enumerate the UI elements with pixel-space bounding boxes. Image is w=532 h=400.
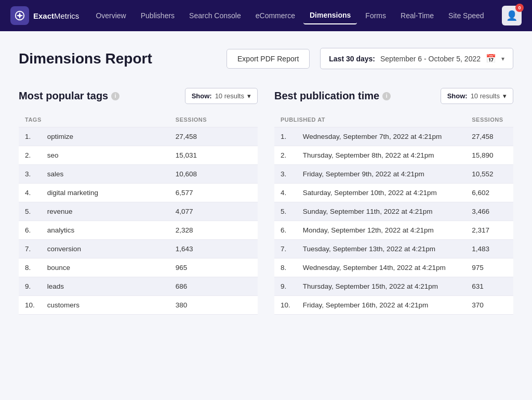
tag-cell: seo <box>41 146 169 165</box>
pubtime-col-published: PUBLISHED AT <box>274 112 466 127</box>
published-cell: Monday, September 12th, 2022 at 4:21pm <box>297 221 466 240</box>
sessions-cell: 6,577 <box>169 184 258 202</box>
sessions-cell: 1,643 <box>169 240 258 259</box>
chevron-down-icon: ▾ <box>501 55 504 62</box>
nav-item-overview[interactable]: Overview <box>89 7 132 24</box>
sessions-cell: 370 <box>466 296 513 315</box>
tags-show-dropdown[interactable]: Show: 10 results ▾ <box>185 88 258 104</box>
published-cell: Saturday, September 10th, 2022 at 4:21pm <box>297 184 466 202</box>
sessions-cell: 1,483 <box>466 240 513 259</box>
export-pdf-button[interactable]: Export PDF Report <box>227 49 310 69</box>
published-cell: Tuesday, September 13th, 2022 at 4:21pm <box>297 240 466 259</box>
rank-cell: 8. <box>274 259 297 277</box>
sessions-cell: 27,458 <box>466 127 513 146</box>
published-cell: Friday, September 9th, 2022 at 4:21pm <box>297 165 466 184</box>
date-range-button[interactable]: Last 30 days: September 6 - October 5, 2… <box>320 48 513 69</box>
nav-item-publishers[interactable]: Publishers <box>135 7 181 24</box>
tags-col-sessions: SESSIONS <box>169 112 258 127</box>
tags-info-icon[interactable]: i <box>111 92 119 100</box>
nav-item-dimensions[interactable]: Dimensions <box>303 7 357 24</box>
nav-item-search-console[interactable]: Search Console <box>183 7 247 24</box>
pubtime-dropdown-chevron: ▾ <box>503 92 507 100</box>
tag-cell: bounce <box>41 259 169 277</box>
published-cell: Sunday, September 11th, 2022 at 4:21pm <box>297 202 466 221</box>
rank-cell: 1. <box>274 127 297 146</box>
rank-cell: 6. <box>274 221 297 240</box>
nav-item-realtime[interactable]: Real-Time <box>394 7 440 24</box>
table-row: 5. Sunday, September 11th, 2022 at 4:21p… <box>274 202 513 221</box>
published-cell: Thursday, September 15th, 2022 at 4:21pm <box>297 277 466 296</box>
table-row: 3. Friday, September 9th, 2022 at 4:21pm… <box>274 165 513 184</box>
table-row: 9. leads 686 <box>19 277 258 296</box>
table-row: 5. revenue 4,077 <box>19 202 258 221</box>
rank-cell: 2. <box>19 146 41 165</box>
tag-cell: analytics <box>41 221 169 240</box>
published-cell: Wednesday, September 7th, 2022 at 4:21pm <box>297 127 466 146</box>
table-row: 3. sales 10,608 <box>19 165 258 184</box>
tag-cell: leads <box>41 277 169 296</box>
tags-show-label: Show: <box>192 92 212 100</box>
rank-cell: 8. <box>19 259 41 277</box>
rank-cell: 3. <box>19 165 41 184</box>
avatar-icon: 👤 <box>506 10 517 21</box>
logo[interactable]: ExactMetrics <box>10 6 79 25</box>
page-title: Dimensions Report <box>19 50 216 67</box>
sessions-cell: 631 <box>466 277 513 296</box>
rank-cell: 7. <box>274 240 297 259</box>
table-row: 4. digital marketing 6,577 <box>19 184 258 202</box>
table-row: 8. Wednesday, September 14th, 2022 at 4:… <box>274 259 513 277</box>
pubtime-col-sessions: SESSIONS <box>466 112 513 127</box>
pubtime-section: Best publication time i Show: 10 results… <box>274 88 513 315</box>
page-header: Dimensions Report Export PDF Report Last… <box>19 48 513 69</box>
rank-cell: 7. <box>19 240 41 259</box>
rank-cell: 10. <box>274 296 297 315</box>
date-range-value: September 6 - October 5, 2022 <box>380 55 481 63</box>
table-row: 2. Thursday, September 8th, 2022 at 4:21… <box>274 146 513 165</box>
table-row: 1. Wednesday, September 7th, 2022 at 4:2… <box>274 127 513 146</box>
sessions-cell: 15,031 <box>169 146 258 165</box>
table-row: 4. Saturday, September 10th, 2022 at 4:2… <box>274 184 513 202</box>
tag-cell: sales <box>41 165 169 184</box>
rank-cell: 4. <box>19 184 41 202</box>
sessions-cell: 2,328 <box>169 221 258 240</box>
rank-cell: 5. <box>19 202 41 221</box>
pubtime-show-value: 10 results <box>471 92 500 100</box>
sessions-cell: 965 <box>169 259 258 277</box>
sessions-cell: 6,602 <box>466 184 513 202</box>
rank-cell: 6. <box>19 221 41 240</box>
calendar-icon: 📅 <box>486 54 496 63</box>
rank-cell: 9. <box>274 277 297 296</box>
nav-item-site-speed[interactable]: Site Speed <box>442 7 490 24</box>
published-cell: Thursday, September 8th, 2022 at 4:21pm <box>297 146 466 165</box>
sessions-cell: 3,466 <box>466 202 513 221</box>
table-row: 9. Thursday, September 15th, 2022 at 4:2… <box>274 277 513 296</box>
table-row: 10. Friday, September 16th, 2022 at 4:21… <box>274 296 513 315</box>
notification-badge: 0 <box>515 4 524 12</box>
rank-cell: 9. <box>19 277 41 296</box>
pubtime-show-dropdown[interactable]: Show: 10 results ▾ <box>441 88 513 104</box>
user-avatar[interactable]: 👤 0 <box>502 6 522 25</box>
tag-cell: conversion <box>41 240 169 259</box>
sessions-cell: 10,608 <box>169 165 258 184</box>
pubtime-info-icon[interactable]: i <box>382 92 391 100</box>
tag-cell: customers <box>41 296 169 315</box>
tags-table: TAGS SESSIONS 1. optimize 27,458 2. seo … <box>19 112 258 315</box>
pubtime-section-title: Best publication time i <box>274 90 391 102</box>
logo-icon <box>10 6 29 25</box>
nav-item-ecommerce[interactable]: eCommerce <box>249 7 301 24</box>
rank-cell: 3. <box>274 165 297 184</box>
rank-cell: 5. <box>274 202 297 221</box>
tags-show-value: 10 results <box>215 92 244 100</box>
date-range-label: Last 30 days: <box>329 55 375 63</box>
sessions-cell: 2,317 <box>466 221 513 240</box>
rank-cell: 4. <box>274 184 297 202</box>
tag-cell: revenue <box>41 202 169 221</box>
table-row: 1. optimize 27,458 <box>19 127 258 146</box>
sessions-cell: 686 <box>169 277 258 296</box>
table-row: 10. customers 380 <box>19 296 258 315</box>
logo-text: ExactMetrics <box>33 11 79 20</box>
nav-item-forms[interactable]: Forms <box>359 7 392 24</box>
tags-section-title: Most popular tags i <box>19 90 119 102</box>
table-row: 2. seo 15,031 <box>19 146 258 165</box>
sessions-cell: 27,458 <box>169 127 258 146</box>
